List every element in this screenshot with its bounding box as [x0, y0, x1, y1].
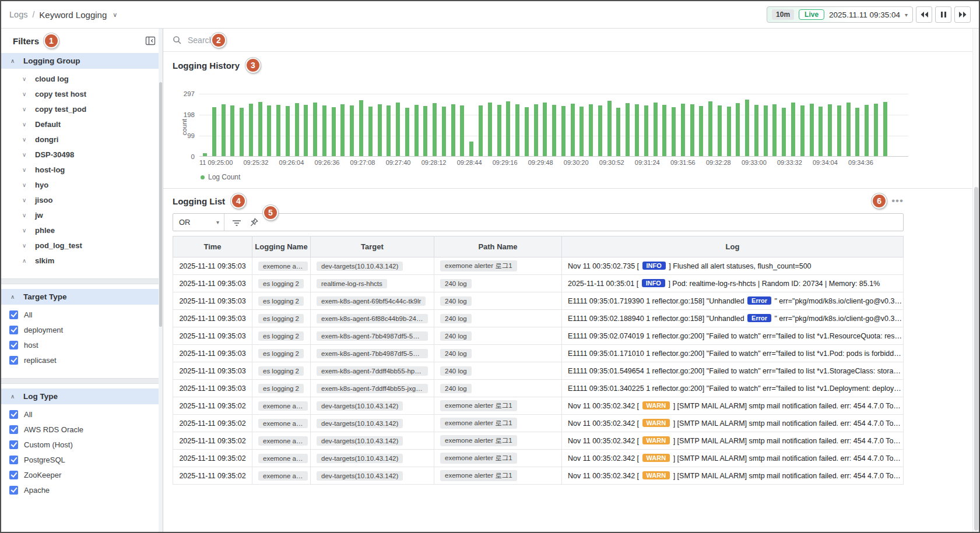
table-row[interactable]: 2025-11-11 09:35:03es logging 2exem-k8s-…: [173, 380, 904, 397]
rewind-button[interactable]: [916, 6, 932, 23]
checkbox-item-apache[interactable]: Apache: [1, 482, 163, 497]
checkbox-checked-icon[interactable]: [9, 310, 18, 319]
sidebar-item-hyo[interactable]: ∨hyo: [1, 177, 163, 192]
chevron-down-icon[interactable]: ∨: [113, 11, 117, 19]
checkbox-item-deployment[interactable]: deployment: [1, 322, 163, 337]
target-tag: exem-k8s-agent-6f88c44b9b-24gjn: [317, 314, 428, 323]
checkbox-checked-icon[interactable]: [9, 425, 18, 434]
column-header-target[interactable]: Target: [311, 237, 434, 257]
checkbox-checked-icon[interactable]: [9, 456, 18, 464]
breadcrumb-logs-link[interactable]: Logs: [9, 10, 27, 19]
pause-button[interactable]: [935, 6, 951, 23]
page-title[interactable]: Keyword Logging: [39, 10, 107, 20]
tree-item-label: copy test_pod: [35, 105, 86, 114]
main-scrollbar-thumb[interactable]: [974, 187, 978, 531]
chart-bar: [469, 142, 473, 156]
chart-bar: [415, 105, 419, 156]
sidebar-item-dongri[interactable]: ∨dongri: [1, 132, 163, 147]
sidebar-item-dsp-30498[interactable]: ∨DSP-30498: [1, 147, 163, 162]
collapse-sidebar-button[interactable]: [145, 36, 156, 46]
checkbox-item-postgresql[interactable]: PostgreSQL: [1, 452, 163, 467]
table-row[interactable]: 2025-11-11 09:35:03es logging 2exem-k8s-…: [173, 310, 904, 327]
main-scrollbar[interactable]: [972, 29, 979, 533]
more-options-icon[interactable]: •••: [891, 198, 904, 204]
table-row[interactable]: 2025-11-11 09:35:02exemone alerter ...de…: [173, 467, 904, 485]
sidebar-scrollbar-thumb[interactable]: [159, 82, 162, 327]
checkbox-item-custom-host-[interactable]: Custom (Host): [1, 437, 163, 452]
target-type-section-header[interactable]: ∧ Target Type: [1, 289, 163, 305]
checkbox-checked-icon[interactable]: [9, 326, 18, 334]
sidebar-item-cloud-log[interactable]: ∨cloud log: [1, 71, 163, 86]
table-row[interactable]: 2025-11-11 09:35:02exemone alerter ...de…: [173, 432, 904, 450]
log-type-section-header[interactable]: ∧ Log Type: [1, 389, 163, 404]
tree-item-label: DSP-30498: [35, 150, 74, 159]
sidebar-scrollbar[interactable]: [159, 29, 163, 533]
table-row[interactable]: 2025-11-11 09:35:02exemone alerter ...de…: [173, 397, 904, 415]
fast-forward-button[interactable]: [954, 6, 971, 23]
cell-target: dev-targets(10.10.43.142): [311, 397, 434, 415]
table-row[interactable]: 2025-11-11 09:35:03es logging 2exem-k8s-…: [173, 327, 904, 345]
search-input[interactable]: [188, 36, 316, 45]
checkbox-checked-icon[interactable]: [9, 471, 18, 479]
chart-bar: [515, 104, 519, 156]
column-header-path-name[interactable]: Path Name: [434, 237, 562, 257]
checkbox-checked-icon[interactable]: [9, 410, 18, 419]
time-range-picker[interactable]: 10m Live 2025.11.11 09:35:04 ▾: [767, 6, 913, 23]
table-row[interactable]: 2025-11-11 09:35:02exemone alerter ...de…: [173, 415, 904, 432]
table-row[interactable]: 2025-11-11 09:35:02exemone alerter ...de…: [173, 450, 904, 467]
operator-select[interactable]: OR ▾: [173, 214, 224, 231]
checkbox-checked-icon[interactable]: [9, 341, 18, 350]
pin-button[interactable]: [249, 217, 259, 227]
cell-path-name: 240 log: [434, 292, 562, 310]
sidebar-item-host-log[interactable]: ∨host-log: [1, 162, 163, 177]
column-header-time[interactable]: Time: [173, 237, 252, 257]
cell-logging-name: es logging 2: [252, 345, 311, 362]
checkbox-item-host[interactable]: host: [1, 337, 163, 352]
path-name-tag: 240 log: [440, 279, 472, 288]
checkbox-checked-icon[interactable]: [9, 486, 18, 495]
logging-name-tag: es logging 2: [258, 331, 304, 341]
checkbox-checked-icon[interactable]: [9, 356, 18, 365]
checkbox-item-zookeeper[interactable]: ZooKeeper: [1, 467, 163, 482]
table-row[interactable]: 2025-11-11 09:35:03es logging 2exem-k8s-…: [173, 345, 904, 362]
checkbox-item-aws-rds-oracle[interactable]: AWS RDS Oracle: [1, 422, 163, 437]
log-text: E1111 09:35:01.340225 1 reflector.go:200…: [568, 384, 904, 393]
column-header-log[interactable]: Log: [562, 237, 904, 257]
x-tick-label: 09:32:28: [706, 159, 731, 166]
main-area: 2 Logging History 3 count 099198297 11 0…: [163, 29, 979, 533]
chart-bar: [708, 101, 712, 156]
sidebar-item-jisoo[interactable]: ∨jisoo: [1, 192, 163, 207]
checkbox-item-all[interactable]: All: [1, 407, 163, 422]
sidebar-item-jw[interactable]: ∨jw: [1, 207, 163, 223]
chart-bar: [883, 102, 887, 156]
table-row[interactable]: 2025-11-11 09:35:03es logging 2exem-k8s-…: [173, 292, 904, 310]
sidebar-item-slkim[interactable]: ∧slkim: [1, 253, 163, 268]
sidebar-item-copy-test-host[interactable]: ∨copy test host: [1, 86, 163, 101]
filter-button[interactable]: [231, 218, 242, 227]
table-row[interactable]: 2025-11-11 09:35:03exemone alerter ...de…: [173, 257, 904, 275]
checkbox-checked-icon[interactable]: [9, 440, 18, 449]
checkbox-item-all[interactable]: All: [1, 307, 163, 322]
chart-bar: [350, 105, 354, 156]
table-row[interactable]: 2025-11-11 09:35:03es logging 2exem-k8s-…: [173, 362, 904, 380]
sidebar-item-default[interactable]: ∨Default: [1, 117, 163, 132]
chevron-down-icon: ∨: [22, 182, 28, 188]
table-row[interactable]: 2025-11-11 09:35:03es logging 2realtime-…: [173, 275, 904, 292]
checkbox-item-replicaset[interactable]: replicaset: [1, 352, 163, 368]
cell-logging-name: exemone alerter ...: [252, 467, 311, 485]
sidebar-item-pod-log-test[interactable]: ∨pod_log_test: [1, 238, 163, 253]
logging-history-panel: Logging History 3 count 099198297 11 09:…: [163, 52, 979, 189]
chart-bar: [387, 105, 391, 156]
logging-group-section-header[interactable]: ∧ Logging Group: [1, 53, 163, 69]
chart-bar: [846, 103, 851, 156]
column-header-logging-name[interactable]: Logging Name: [252, 237, 311, 257]
chart-bar: [479, 105, 483, 156]
x-axis-ticks: 11 09:25:0009:25:3209:26:0409:26:3609:27…: [199, 159, 908, 166]
chart-bar: [525, 107, 529, 156]
sidebar-item-phlee[interactable]: ∨phlee: [1, 223, 163, 238]
logging-name-tag: es logging 2: [258, 296, 304, 306]
chart-legend[interactable]: Log Count: [201, 173, 908, 181]
path-name-tag: exemone alerter 로그1: [440, 400, 517, 411]
sidebar-item-copy-test-pod[interactable]: ∨copy test_pod: [1, 101, 163, 117]
log-text: ] [SMTP MAIL ALARM] smtp mail notificati…: [671, 472, 903, 480]
